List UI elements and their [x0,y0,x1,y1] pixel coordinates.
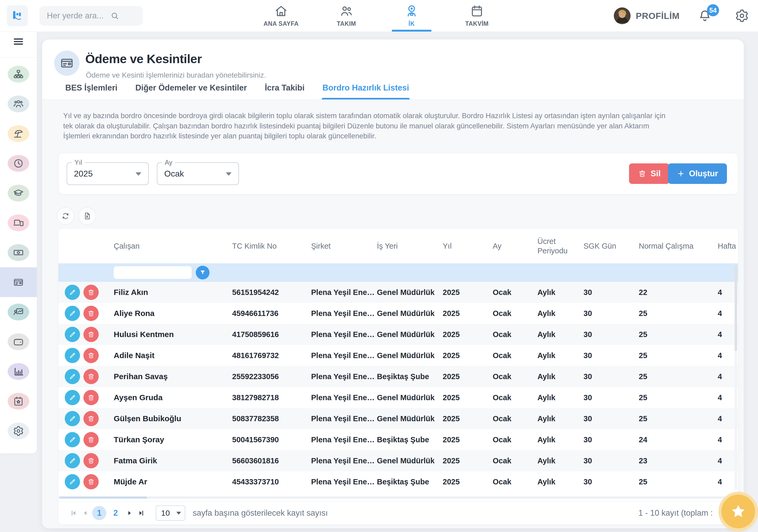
employee-filter-input[interactable] [114,266,191,279]
page-2-button[interactable]: 2 [108,506,123,520]
tab-3[interactable]: Bordro Hazırlık Listesi [322,83,409,99]
feedback-fab[interactable] [721,495,755,528]
trash-icon [638,169,646,178]
sidebar-item-devices[interactable] [0,208,37,238]
nav-item-takvi̇m[interactable]: TAKVİM [454,0,500,32]
cell-workplace: Genel Müdürlük [377,393,443,402]
global-search-input[interactable]: Her yerde ara... [40,6,143,25]
delete-row-button[interactable] [84,369,99,384]
month-select[interactable]: Ay Ocak [157,162,239,185]
delete-row-button[interactable] [84,453,99,468]
create-button[interactable]: Oluştur [668,163,727,184]
cell-sgk_days: 30 [583,309,639,318]
filter-funnel-button[interactable] [196,266,210,280]
delete-row-button[interactable] [84,285,99,300]
sidebar-item-payment-card[interactable] [0,267,37,297]
edit-row-button[interactable] [65,348,80,363]
cell-year: 2025 [443,435,493,444]
row-actions [58,285,114,300]
table-row: Filiz Akın56151954242Plena Yeşil Ene…Gen… [58,282,738,303]
cell-normal_work: 23 [639,456,718,465]
sidebar-item-banknote[interactable] [0,238,37,267]
cell-month: Ocak [493,415,537,423]
sidebar-item-settings[interactable] [0,416,37,446]
delete-row-button[interactable] [84,327,99,342]
edit-row-button[interactable] [65,369,80,384]
edit-row-button[interactable] [65,306,80,321]
column-header: Normal Çalışma [639,241,718,251]
year-select[interactable]: Yıl 2025 [67,162,149,185]
refresh-icon [61,212,70,220]
nav-item-takim[interactable]: TAKIM [324,0,369,32]
sidebar-item-people-group[interactable] [0,89,37,119]
cell-workplace: Genel Müdürlük [377,456,443,465]
edit-row-button[interactable] [65,390,80,405]
nav-item-i̇k[interactable]: İK [389,0,434,32]
cell-sgk_days: 30 [583,393,639,402]
horizontal-scrollbar[interactable] [59,496,738,499]
cell-name: Adile Naşit [114,351,232,360]
notifications-button[interactable]: 54 [698,9,712,23]
column-header: SGK Gün [583,241,639,251]
delete-row-button[interactable] [84,390,99,405]
sidebar-item-calendar-star[interactable] [0,386,37,416]
profile-label[interactable]: PROFİLİM [636,11,679,21]
cell-period: Aylık [537,456,583,465]
settings-icon [8,422,29,439]
delete-row-button[interactable] [84,474,99,489]
sidebar-item-clock[interactable] [0,149,37,178]
cell-workplace: Genel Müdürlük [377,351,443,360]
edit-row-button[interactable] [65,285,80,300]
sidebar-item-umbrella[interactable] [0,119,37,149]
vertical-scrollbar[interactable] [735,264,737,490]
last-page-button[interactable] [135,506,147,520]
cell-sgk_days: 30 [583,288,639,297]
tab-0[interactable]: BES İşlemleri [65,83,118,99]
plus-icon [677,170,685,178]
table-row: Hulusi Kentmen41750859616Plena Yeşil Ene… [58,324,738,345]
sidebar-item-bar-chart[interactable] [0,356,37,386]
tab-2[interactable]: İcra Takibi [264,83,305,99]
excel-file-icon [83,212,91,220]
sidebar-item-graduation-cap[interactable] [0,178,37,208]
settings-button[interactable] [735,9,749,23]
wallet-icon [8,333,29,350]
cell-month: Ocak [493,478,537,486]
cell-month: Ocak [493,288,537,297]
avatar[interactable] [614,7,631,24]
first-page-button[interactable] [68,506,80,520]
cell-name: Türkan Şoray [114,435,232,444]
delete-button[interactable]: Sil [629,163,670,184]
edit-row-button[interactable] [65,474,80,489]
sidebar-item-org-chart[interactable] [0,59,37,89]
cell-normal_work: 25 [639,330,718,339]
refresh-button[interactable] [56,207,75,225]
edit-row-button[interactable] [65,432,80,447]
row-actions [58,390,114,405]
notification-badge: 54 [707,4,719,16]
nav-item-ana-sayfa[interactable]: ANA SAYFA [258,0,304,32]
delete-row-button[interactable] [84,306,99,321]
tab-1[interactable]: Diğer Ödemeler ve Kesintiler [135,83,247,99]
delete-row-button[interactable] [84,411,99,426]
cell-month: Ocak [493,330,537,339]
cell-normal_work: 22 [639,288,718,297]
delete-row-button[interactable] [84,348,99,363]
horizontal-scrollbar-thumb[interactable] [59,496,147,499]
previous-page-button[interactable] [80,506,91,520]
menu-toggle-button[interactable] [0,32,37,51]
vertical-scrollbar-thumb[interactable] [735,264,737,351]
next-page-button[interactable] [124,506,135,520]
edit-row-button[interactable] [65,411,80,426]
edit-row-button[interactable] [65,453,80,468]
cell-tc: 38127982718 [232,393,311,402]
excel-export-button[interactable] [78,207,96,225]
edit-row-button[interactable] [65,327,80,342]
devices-icon [8,215,29,231]
delete-row-button[interactable] [84,432,99,447]
sidebar-item-person-chart[interactable] [0,297,37,327]
sidebar-item-wallet[interactable] [0,327,37,356]
page-1-button[interactable]: 1 [92,506,106,520]
page-size-select[interactable]: 10 [156,505,185,521]
app-logo[interactable] [7,5,28,26]
